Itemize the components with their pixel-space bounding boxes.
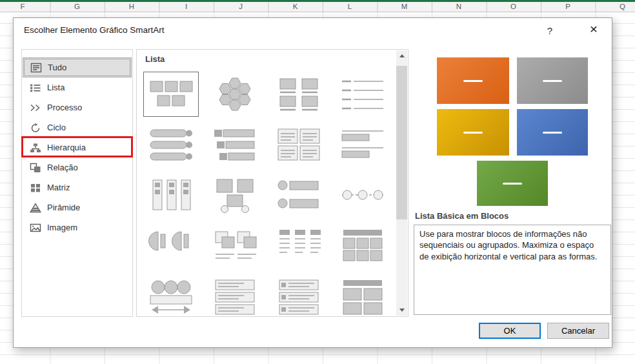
category-panel: Tudo Lista Processo <box>21 49 133 317</box>
text-placeholder-dash <box>463 132 483 134</box>
text-placeholder-dash <box>543 80 562 82</box>
down-arrow-icon <box>399 308 405 312</box>
column-header[interactable]: K <box>293 3 298 10</box>
category-label: Ciclo <box>47 123 66 132</box>
process-icon <box>30 103 41 113</box>
thumbnail-basic-block-list[interactable] <box>143 71 199 117</box>
category-item-lista[interactable]: Lista <box>23 77 132 97</box>
category-item-relacao[interactable]: Relação <box>23 157 132 177</box>
thumbnail-hexagon-cluster[interactable] <box>207 71 263 117</box>
column-header[interactable]: I <box>185 3 187 10</box>
dialog-title: Escolher Elemento Gráfico SmartArt <box>24 25 165 35</box>
excel-window: F G H I J K L M N O P Q Escolher Element… <box>0 0 635 364</box>
preview-block-orange <box>437 57 509 104</box>
thumbnail-picture-caption-list[interactable] <box>270 71 327 117</box>
pyramid-icon <box>30 203 41 213</box>
cycle-icon <box>30 123 41 133</box>
thumbnail-header-grid[interactable] <box>334 222 391 268</box>
thumbnail-lined-list[interactable] <box>334 71 391 117</box>
thumbnail-box-list[interactable] <box>270 121 327 168</box>
thumbnail-header-blocks[interactable] <box>334 272 391 316</box>
smartart-gallery <box>139 69 394 316</box>
all-icon <box>30 63 42 73</box>
cancel-button[interactable]: Cancelar <box>547 323 609 339</box>
category-item-piramide[interactable]: Pirâmide <box>23 197 132 217</box>
scrollbar-up-button[interactable] <box>396 50 407 61</box>
preview-block-green <box>477 161 548 206</box>
thumbnail-bullet-columns[interactable] <box>270 222 327 268</box>
scrollbar-down-button[interactable] <box>396 305 407 316</box>
column-header[interactable]: J <box>239 3 243 10</box>
ok-button[interactable]: OK <box>479 323 541 339</box>
thumbnail-stacked-box-list[interactable] <box>207 272 263 316</box>
thumbnail-column-list[interactable] <box>143 172 199 218</box>
close-button[interactable]: × <box>581 21 607 39</box>
column-header[interactable]: Q <box>620 3 625 10</box>
category-label: Hierarquia <box>47 143 86 152</box>
thumbnail-dotted-circle-list[interactable] <box>334 172 391 218</box>
category-item-processo[interactable]: Processo <box>23 97 132 117</box>
preview-panel: Lista Básica em Blocos Use para mostrar … <box>414 49 612 317</box>
column-header[interactable]: F <box>20 3 25 10</box>
thumbnail-bullet-box-list[interactable] <box>270 272 327 316</box>
text-placeholder-dash <box>543 132 562 134</box>
hierarchy-icon <box>30 143 41 153</box>
category-label: Imagem <box>47 223 77 232</box>
column-header-row: F G H I J K L M N O P Q <box>0 2 635 12</box>
column-header[interactable]: P <box>565 3 570 10</box>
category-item-matriz[interactable]: Matriz <box>23 177 132 197</box>
scrollbar-thumb[interactable] <box>396 66 407 219</box>
layout-gallery-panel: Lista <box>136 49 408 317</box>
column-header[interactable]: M <box>401 3 408 10</box>
thumbnail-tab-list[interactable] <box>207 121 263 168</box>
column-header[interactable]: L <box>348 3 352 10</box>
picture-icon <box>30 223 41 233</box>
category-label: Matriz <box>47 183 70 192</box>
category-label: Pirâmide <box>47 203 80 212</box>
list-icon <box>30 83 41 93</box>
relationship-icon <box>30 163 41 173</box>
smartart-dialog: Escolher Elemento Gráfico SmartArt ? × T… <box>13 17 612 348</box>
gallery-header: Lista <box>145 54 165 64</box>
help-button[interactable]: ? <box>538 23 561 39</box>
category-item-tudo[interactable]: Tudo <box>23 57 132 77</box>
up-arrow-icon <box>399 54 405 57</box>
category-label: Relação <box>47 163 78 172</box>
category-item-imagem[interactable]: Imagem <box>23 217 132 238</box>
scrollbar-track[interactable] <box>396 50 407 316</box>
preview-block-gray <box>517 57 588 104</box>
thumbnail-half-circle-list[interactable] <box>143 222 199 268</box>
thumbnail-circle-row-list[interactable] <box>270 172 327 218</box>
column-header[interactable]: G <box>74 3 80 10</box>
column-header[interactable]: O <box>510 3 516 10</box>
preview-block-blue <box>517 109 588 156</box>
text-placeholder-dash <box>463 80 483 82</box>
thumbnail-pill-list[interactable] <box>143 121 199 168</box>
text-placeholder-dash <box>503 183 522 185</box>
thumbnail-picture-blocks[interactable] <box>207 172 263 218</box>
category-label: Tudo <box>48 63 66 72</box>
column-header[interactable]: N <box>456 3 461 10</box>
category-label: Lista <box>47 83 65 92</box>
column-header[interactable]: H <box>129 3 134 10</box>
preview-block-gold <box>437 109 509 156</box>
thumbnail-line-bar-list[interactable] <box>334 121 391 168</box>
thumbnail-overlap-squares[interactable] <box>207 222 263 268</box>
category-label: Processo <box>47 103 82 112</box>
thumbnail-circle-arrow-process[interactable] <box>143 272 199 316</box>
layout-description: Use para mostrar blocos de informações n… <box>414 225 611 315</box>
category-item-hierarquia[interactable]: Hierarquia <box>23 137 132 157</box>
category-item-ciclo[interactable]: Ciclo <box>23 117 132 137</box>
selected-layout-title: Lista Básica em Blocos <box>415 211 509 221</box>
matrix-icon <box>30 183 41 193</box>
